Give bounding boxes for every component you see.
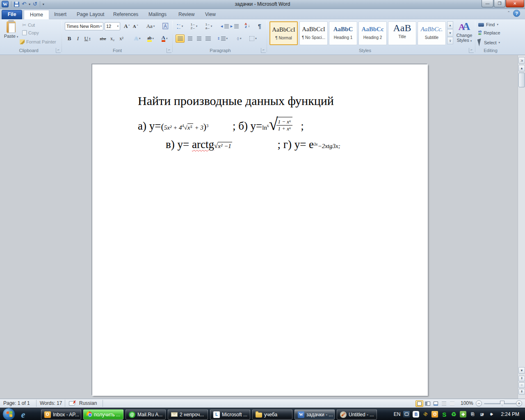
language-indicator[interactable]: Russian xyxy=(79,400,97,406)
align-left-button[interactable] xyxy=(176,34,185,43)
tab-insert[interactable]: Insert xyxy=(48,10,72,19)
network-icon[interactable]: 🖳 xyxy=(479,411,485,418)
previous-page-icon[interactable]: ⇞ xyxy=(518,376,525,381)
zoom-slider-thumb[interactable] xyxy=(500,401,504,406)
zoom-in-icon[interactable]: + xyxy=(516,400,522,406)
taskbar-button-mail-unread[interactable]: 2 непроч... xyxy=(168,409,208,420)
full-screen-reading-view-icon[interactable] xyxy=(424,400,431,407)
dollar-icon[interactable]: S xyxy=(441,411,447,418)
font-color-dropdown-icon[interactable]: ▾ xyxy=(166,37,168,40)
underline-dropdown-icon[interactable]: ▾ xyxy=(89,37,91,40)
taskbar-button-chrome[interactable]: получить ... xyxy=(83,409,123,420)
clipboard-plug-icon[interactable]: ⎘ xyxy=(469,411,476,418)
show-hide-pilcrow-button[interactable]: ¶ xyxy=(255,22,264,30)
superscript-button[interactable]: x² xyxy=(117,34,126,43)
justify-button[interactable] xyxy=(203,34,212,43)
collapse-ribbon-icon[interactable]: ⌃ xyxy=(507,11,510,15)
scroll-up-icon[interactable]: ▲ xyxy=(518,65,525,71)
close-button[interactable]: ✕ xyxy=(506,0,524,7)
styles-scroll-down-icon[interactable]: ▼ xyxy=(447,29,453,37)
vertical-scrollbar[interactable]: ⇲ ▲ ▼ ⇞ ○ ⇟ xyxy=(518,55,525,399)
tab-mailings[interactable]: Mailings xyxy=(143,10,172,19)
sync-icon[interactable]: ♻ xyxy=(450,411,457,418)
clear-formatting-button[interactable]: 🄰 xyxy=(161,22,170,30)
clipboard-dialog-launcher-icon[interactable]: ⌐ xyxy=(56,48,61,53)
help-icon[interactable]: ? xyxy=(513,10,520,17)
select-button[interactable]: Select ▾ xyxy=(478,39,500,46)
find-button[interactable]: Find ▾ xyxy=(478,22,498,27)
taskbar-button-lingvo[interactable]: L Microsoft ... xyxy=(210,409,250,420)
align-center-button[interactable] xyxy=(185,34,194,43)
paragraph-dialog-launcher-icon[interactable]: ⌐ xyxy=(261,48,266,53)
line-spacing-button[interactable]: ⇕▾ xyxy=(217,34,228,43)
ruler-toggle-icon[interactable]: ⇲ xyxy=(518,57,525,64)
change-styles-button[interactable]: AA Change Styles ▾ xyxy=(454,21,474,47)
zoom-out-icon[interactable]: − xyxy=(476,400,482,406)
tab-home[interactable]: Home xyxy=(24,10,49,19)
taskbar-button-paint[interactable]: 🖌 Untitled - ... xyxy=(337,409,377,420)
clock[interactable]: 2:24 PM xyxy=(498,411,523,417)
style-heading2[interactable]: AaBbCc Heading 2 xyxy=(358,21,387,45)
font-size-combo[interactable]: 12 ▾ xyxy=(105,22,120,30)
tab-view[interactable]: View xyxy=(199,10,221,19)
numbering-button[interactable]: 1–2–▾ xyxy=(189,22,199,30)
font-dialog-launcher-icon[interactable]: ⌐ xyxy=(167,48,171,53)
highlight-button[interactable]: ab ▾ xyxy=(144,34,158,43)
increase-indent-button[interactable]: ► xyxy=(230,22,239,30)
internet-explorer-icon[interactable]: e xyxy=(21,410,31,419)
grow-font-button[interactable]: Aˆ xyxy=(123,22,131,30)
bold-button[interactable]: B xyxy=(66,34,73,43)
tab-references[interactable]: References xyxy=(107,10,144,19)
language-bar[interactable]: EN xyxy=(394,411,401,417)
format-painter-button[interactable]: Format Painter xyxy=(20,39,56,44)
style-normal[interactable]: AaBbCcI ¶ Normal xyxy=(269,21,298,45)
align-right-button[interactable] xyxy=(194,34,203,43)
style-no-spacing[interactable]: AaBbCcI ¶ No Spaci... xyxy=(299,21,328,45)
subscript-button[interactable]: x₂ xyxy=(108,34,116,43)
minimize-button[interactable]: — xyxy=(482,0,493,7)
taskbar-button-word-active[interactable]: W задачки - ... xyxy=(294,409,335,420)
text-effects-dropdown-icon[interactable]: ▾ xyxy=(139,37,141,40)
draft-view-icon[interactable] xyxy=(448,400,456,407)
shrink-font-button[interactable]: Aˇ xyxy=(132,22,139,30)
display-icon[interactable]: 🖵 xyxy=(403,411,410,418)
change-case-dropdown-icon[interactable]: ▾ xyxy=(153,25,155,28)
start-button[interactable] xyxy=(2,408,15,420)
document-page[interactable]: Найти производные данных функций а) y=(5… xyxy=(92,64,428,396)
taskbar-button-mailru-agent[interactable]: @ Mail.Ru A... xyxy=(126,409,166,420)
style-title[interactable]: AaB Title xyxy=(388,21,416,45)
taskbar-button-outlook-inbox[interactable]: O Inbox - AP... xyxy=(41,409,81,420)
tab-page-layout[interactable]: Page Layout xyxy=(71,10,110,19)
shading-button[interactable]: ⬨▾ xyxy=(233,34,245,43)
text-effects-button[interactable]: A ▾ xyxy=(131,34,144,43)
decrease-indent-button[interactable]: ◄ xyxy=(220,22,229,30)
page-indicator[interactable]: Page: 1 of 1 xyxy=(3,400,30,406)
strikethrough-button[interactable]: abe xyxy=(98,34,108,43)
cut-button[interactable]: ✂ Cut xyxy=(22,22,35,28)
tab-file[interactable]: File xyxy=(2,10,22,19)
punto-b-icon[interactable]: B xyxy=(413,411,419,418)
tab-review[interactable]: Review xyxy=(173,10,200,19)
web-layout-view-icon[interactable] xyxy=(432,400,440,407)
italic-button[interactable]: I xyxy=(75,34,81,43)
paste-dropdown-icon[interactable]: ▾ xyxy=(17,35,18,38)
select-dropdown-icon[interactable]: ▾ xyxy=(499,41,500,44)
highlight-dropdown-icon[interactable]: ▾ xyxy=(153,37,154,40)
proofing-status-icon[interactable] xyxy=(69,401,75,406)
scrollbar-thumb[interactable] xyxy=(518,73,525,87)
print-layout-view-icon[interactable] xyxy=(415,400,423,407)
font-color-button[interactable]: A ▾ xyxy=(158,34,171,43)
find-dropdown-icon[interactable]: ▾ xyxy=(497,23,498,26)
multilevel-list-button[interactable]: 1–a–▾ xyxy=(204,22,213,30)
borders-button[interactable]: ▾ xyxy=(247,34,259,43)
paste-button[interactable]: Paste ▾ xyxy=(3,21,19,48)
shield-icon[interactable]: ✚ xyxy=(460,411,466,418)
styles-scroll-up-icon[interactable]: ▲ xyxy=(447,21,453,29)
replace-button[interactable]: abac Replace xyxy=(478,30,500,35)
select-browse-object-icon[interactable]: ○ xyxy=(518,382,525,388)
restore-button[interactable]: ❐ xyxy=(494,0,505,7)
next-page-icon[interactable]: ⇟ xyxy=(518,389,525,395)
sort-button[interactable]: AZ ↓ xyxy=(243,21,252,30)
copy-button[interactable]: Copy xyxy=(22,30,39,35)
outline-view-icon[interactable] xyxy=(440,400,448,407)
